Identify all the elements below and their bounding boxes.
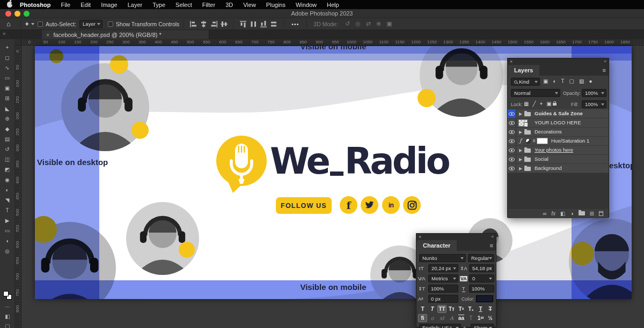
layer-row-background[interactable]: ▶ Background bbox=[508, 164, 609, 173]
layer-row-decorations[interactable]: ▶ Decorations bbox=[508, 128, 609, 137]
vertical-scale-field[interactable]: 100% bbox=[428, 285, 458, 293]
crop-tool[interactable]: ▣ bbox=[0, 83, 15, 93]
new-adjustment-layer-icon[interactable]: ◑ bbox=[570, 211, 574, 217]
menu-item[interactable]: Edit bbox=[80, 2, 91, 8]
menu-item[interactable]: Plugins bbox=[266, 2, 286, 8]
tab-overflow-icon[interactable]: » bbox=[3, 31, 6, 36]
screen-mode-icon[interactable]: ▢ bbox=[5, 323, 10, 328]
align-left-edges-icon[interactable] bbox=[190, 21, 197, 27]
eyedropper-tool[interactable]: ◣ bbox=[0, 103, 15, 114]
text-color-swatch[interactable] bbox=[476, 295, 493, 302]
path-selection-tool[interactable]: ▶ bbox=[0, 215, 15, 226]
visibility-eye-icon[interactable] bbox=[508, 118, 516, 127]
visibility-eye-icon[interactable] bbox=[508, 164, 516, 173]
more-options-icon[interactable]: ••• bbox=[291, 21, 299, 27]
language-dropdown[interactable]: English: USA bbox=[419, 324, 461, 328]
align-bottom-edges-icon[interactable] bbox=[260, 21, 267, 27]
apple-menu-icon[interactable] bbox=[7, 2, 12, 8]
type-tool[interactable]: T bbox=[0, 205, 15, 215]
lock-all-icon[interactable] bbox=[553, 103, 557, 106]
expand-group-icon[interactable]: ▶ bbox=[519, 155, 522, 163]
auto-select-dropdown[interactable]: Layer bbox=[79, 20, 103, 28]
menu-item[interactable]: Select bbox=[175, 2, 192, 8]
panel-menu-icon[interactable]: ≡ bbox=[490, 242, 493, 249]
new-group-icon[interactable] bbox=[579, 211, 585, 215]
opentype-feature-button[interactable]: T bbox=[466, 314, 475, 322]
foreground-color-swatch[interactable] bbox=[3, 291, 9, 296]
filter-smart-objects-icon[interactable]: ▧ bbox=[579, 78, 584, 84]
type-style-button[interactable]: T bbox=[428, 305, 437, 313]
horizontal-scale-field[interactable]: 100% bbox=[469, 285, 494, 293]
layer-row-social[interactable]: ▶ Social bbox=[508, 155, 609, 164]
align-top-edges-icon[interactable] bbox=[240, 21, 247, 27]
visibility-eye-icon[interactable] bbox=[508, 137, 516, 145]
visibility-eye-icon[interactable] bbox=[508, 146, 516, 154]
layer-mask-thumbnail[interactable] bbox=[537, 138, 548, 144]
menu-item[interactable]: Window bbox=[296, 2, 317, 8]
type-style-button[interactable]: T bbox=[418, 305, 427, 313]
menu-item[interactable]: Filter bbox=[202, 2, 215, 8]
opentype-feature-button[interactable]: ½ bbox=[486, 314, 495, 322]
layer-row-guides-safe-zone[interactable]: ▶ Guides & Safe Zone bbox=[508, 109, 609, 118]
quick-mask-icon[interactable]: ◧ bbox=[5, 314, 10, 319]
move-tool[interactable]: + bbox=[0, 42, 15, 53]
auto-select-checkbox[interactable] bbox=[38, 21, 43, 27]
expand-group-icon[interactable]: ▶ bbox=[519, 128, 522, 136]
tool-preset-chevron-icon[interactable] bbox=[31, 23, 34, 25]
font-style-dropdown[interactable]: Regular bbox=[468, 254, 494, 262]
leading-dropdown[interactable]: 54,18 px bbox=[469, 264, 494, 272]
move-tool-icon[interactable]: + bbox=[25, 20, 29, 28]
adjustment-layer-icon[interactable] bbox=[525, 138, 531, 144]
opentype-feature-button[interactable]: aa bbox=[457, 314, 466, 322]
opentype-feature-button[interactable]: st bbox=[437, 314, 447, 322]
character-tab[interactable]: Character bbox=[416, 240, 457, 251]
ruler-origin-box[interactable] bbox=[15, 39, 21, 46]
expand-group-icon[interactable]: ▶ bbox=[519, 146, 522, 154]
opentype-feature-button[interactable]: fi bbox=[418, 314, 427, 322]
delete-layer-icon[interactable] bbox=[599, 211, 603, 216]
show-transform-checkbox[interactable] bbox=[108, 21, 113, 27]
lock-artboard-icon[interactable]: ▣ bbox=[546, 101, 551, 107]
brush-tool[interactable]: ◆ bbox=[0, 124, 15, 134]
link-layers-icon[interactable]: ∞ bbox=[543, 211, 546, 217]
menu-item[interactable]: View bbox=[243, 2, 256, 8]
distribute-horizontal-icon[interactable] bbox=[250, 21, 257, 27]
menu-item[interactable]: Layer bbox=[128, 2, 143, 8]
panel-close-icon[interactable]: × bbox=[419, 234, 421, 240]
filter-shape-layers-icon[interactable]: ▢ bbox=[569, 78, 574, 84]
layer-effects-icon[interactable]: fx bbox=[551, 211, 555, 217]
blend-mode-dropdown[interactable]: Normal bbox=[511, 89, 560, 97]
panel-collapse-icon[interactable]: « bbox=[492, 234, 494, 240]
shape-tool[interactable]: ▭ bbox=[0, 226, 15, 236]
lock-pixels-icon[interactable]: ╱ bbox=[532, 101, 536, 107]
smart-object-thumbnail[interactable] bbox=[518, 120, 528, 126]
layer-row-your-logo-here[interactable]: YOUR LOGO HERE bbox=[508, 118, 609, 128]
layer-filter-dropdown[interactable]: Kind bbox=[511, 78, 540, 86]
clone-stamp-tool[interactable]: ▤ bbox=[0, 134, 15, 144]
edit-toolbar-icon[interactable]: ⋯ bbox=[5, 304, 10, 310]
type-style-button[interactable]: T bbox=[486, 305, 495, 313]
eraser-tool[interactable]: ◫ bbox=[0, 154, 15, 165]
menu-item[interactable]: Help bbox=[327, 2, 339, 8]
3d-camera-icon[interactable]: ▣ bbox=[386, 20, 392, 27]
font-family-dropdown[interactable]: Nunito bbox=[419, 254, 466, 262]
layer-row-hue-saturation[interactable]: ƒ 8 Hue/Saturation 1 bbox=[508, 137, 609, 146]
fill-dropdown[interactable]: 100% bbox=[582, 100, 606, 108]
pen-tool[interactable]: ◥ bbox=[0, 195, 15, 205]
history-brush-tool[interactable]: ↺ bbox=[0, 144, 15, 154]
align-right-edges-icon[interactable] bbox=[210, 21, 217, 27]
opentype-feature-button[interactable]: 1ˢᵗ bbox=[476, 314, 485, 322]
tracking-dropdown[interactable]: 0 bbox=[469, 274, 494, 282]
horizontal-ruler[interactable]: 0501001502002503003504004505005506006507… bbox=[15, 39, 644, 46]
type-style-button[interactable]: TT bbox=[437, 305, 447, 313]
new-layer-icon[interactable]: ⊞ bbox=[590, 211, 594, 217]
type-style-button[interactable]: Tᴛ bbox=[447, 305, 456, 313]
menu-item[interactable]: Type bbox=[152, 2, 165, 8]
marquee-tool[interactable]: ◻ bbox=[0, 53, 15, 63]
menu-item[interactable]: 3D bbox=[225, 2, 233, 8]
3d-pan-icon[interactable]: ⇄ bbox=[366, 20, 371, 27]
layers-tab[interactable]: Layers bbox=[508, 65, 539, 76]
zoom-tool[interactable]: ◎ bbox=[0, 246, 15, 256]
kerning-dropdown[interactable]: Metrics bbox=[428, 274, 458, 282]
3d-roll-icon[interactable]: ◎ bbox=[355, 20, 361, 27]
